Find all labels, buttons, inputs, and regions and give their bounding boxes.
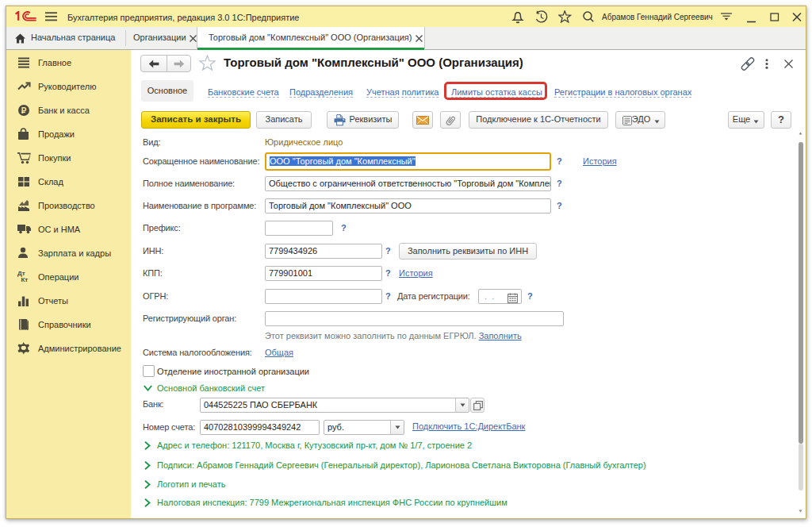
svg-text:P: P: [21, 106, 27, 115]
